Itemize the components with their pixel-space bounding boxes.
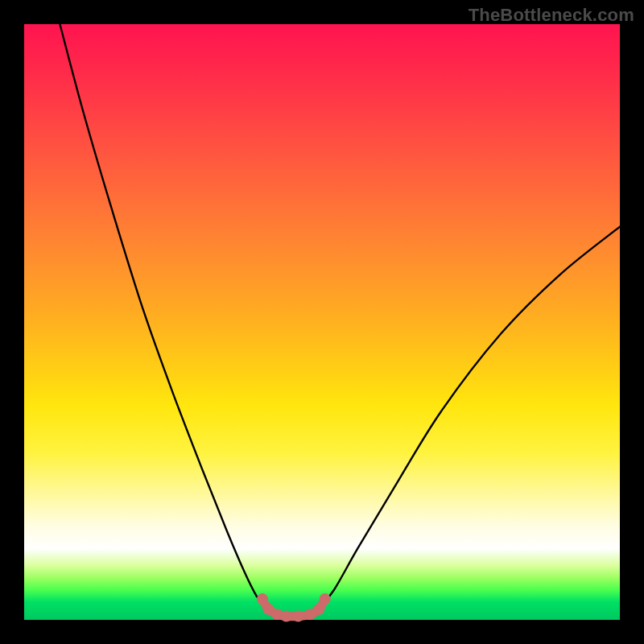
series-left-branch xyxy=(60,24,265,608)
series-right-branch xyxy=(319,227,620,609)
highlight-marker xyxy=(313,604,324,615)
highlight-marker xyxy=(281,611,292,622)
highlight-marker xyxy=(292,611,303,622)
chart-svg xyxy=(24,24,620,620)
watermark-text: TheBottleneck.com xyxy=(469,5,634,26)
chart-frame: TheBottleneck.com xyxy=(0,0,644,644)
highlight-marker xyxy=(257,593,268,605)
highlight-marker xyxy=(320,593,331,605)
